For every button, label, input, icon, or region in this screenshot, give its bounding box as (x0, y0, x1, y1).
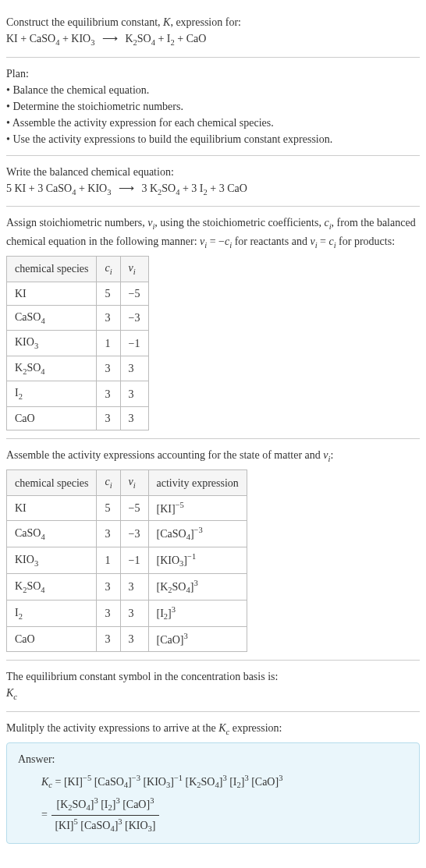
balanced-equation: 5 KI + 3 CaSO4 + KIO3 ⟶ 3 K2SO4 + 3 I2 +… (6, 180, 420, 199)
answer-line2: = [K2SO4]3 [I2]3 [CaO]3 [KI]5 [CaSO4]3 [… (41, 795, 408, 834)
assign-t6: = (318, 236, 329, 247)
ans-s5: 2 (236, 781, 240, 790)
ans-s2: 4 (124, 781, 128, 790)
answer-line1: Kc = [KI]−5 [CaSO4]−3 [KIO3]−1 [K2SO4]3 … (41, 772, 408, 792)
vi-i: i (133, 267, 136, 276)
act-t1: Assemble the activity expressions accoun… (6, 449, 323, 461)
cell: −5 (120, 282, 148, 305)
denominator: [KI]5 [CaSO4]3 [KIO3] (51, 816, 158, 835)
cell: [CaSO4]−3 (148, 520, 247, 547)
ans-sp6: [CaO] (249, 776, 279, 788)
problem-statement: Construct the equilibrium constant, K, e… (6, 6, 420, 58)
cell: [I2]3 (148, 601, 247, 627)
eq-rhs2: SO (137, 33, 151, 44)
sp: KIO (15, 336, 34, 348)
multiply-section: Mulitply the activity expressions to arr… (6, 712, 420, 852)
cell: 5 (97, 282, 120, 305)
cell: 3 (97, 356, 120, 381)
plan-bullet-2: • Determine the stoichiometric numbers. (6, 98, 420, 115)
table-row: KI5−5[KI]−5 (7, 496, 247, 521)
assign-t5: for reactants and (232, 236, 310, 247)
table-row: K2SO433 (7, 356, 149, 381)
cell: I2 (7, 381, 97, 407)
cell: 1 (97, 547, 120, 573)
cell: K2SO4 (7, 356, 97, 381)
d3: [KIO (122, 819, 148, 831)
k-symbol: K (163, 16, 170, 28)
intro-text2: , expression for: (170, 16, 241, 28)
assign-t1: Assign stoichiometric numbers, (6, 217, 147, 229)
ae-exp: −5 (176, 501, 184, 509)
ae-exp: 3 (193, 579, 197, 587)
ae: K (160, 581, 168, 593)
cell: 3 (120, 601, 148, 627)
cell: I2 (7, 601, 97, 627)
n1bs: 4 (86, 804, 90, 813)
ae-exp: 3 (172, 605, 176, 614)
cell: 3 (97, 406, 120, 430)
cell: 1 (97, 331, 120, 356)
ae-exp: 3 (184, 632, 188, 640)
ae: KIO (160, 554, 179, 566)
answer-label: Answer: (18, 751, 408, 767)
n2s: 2 (108, 804, 112, 813)
sp-sub2: 4 (41, 367, 44, 376)
plan-bullet-4: • Use the activity expressions to build … (6, 131, 420, 147)
cell: CaSO4 (7, 520, 97, 547)
bal-p2: + KIO (76, 182, 107, 194)
eq-rhs1: K (125, 33, 133, 44)
cell: [K2SO4]3 (148, 574, 247, 601)
ans-k: K (41, 776, 48, 788)
table-row: I233[I2]3 (7, 601, 247, 627)
cell: K2SO4 (7, 574, 97, 601)
intro-line: Construct the equilibrium constant, K, e… (6, 14, 420, 30)
kc-symbol: Kc (6, 685, 420, 703)
frac-eq: = (41, 810, 50, 821)
col-activity: activity expression (148, 470, 247, 496)
sp2: SO (27, 580, 41, 592)
assign-t7: for products: (336, 236, 395, 247)
assign-t4: = − (207, 236, 225, 247)
ans-e6: 3 (279, 774, 282, 782)
sp-sub: 3 (34, 559, 38, 568)
sp-sub: 2 (19, 612, 23, 621)
balanced-title: Write the balanced chemical equation: (6, 164, 420, 180)
cell: 3 (97, 601, 120, 627)
cell: KIO3 (7, 547, 97, 573)
n2: [I (98, 799, 108, 810)
sp-sub: 4 (41, 317, 44, 325)
numerator: [K2SO4]3 [I2]3 [CaO]3 (51, 795, 158, 815)
cell: KI (7, 282, 97, 305)
bal-p3: 3 K (141, 182, 158, 194)
arrow-icon: ⟶ (114, 182, 139, 194)
plan-bullet-3: • Assemble the activity expression for e… (6, 115, 420, 131)
sp-sub: 2 (19, 392, 23, 401)
ans-sp3: [KIO (140, 776, 166, 788)
plan-bullet-1: • Balance the chemical equation. (6, 82, 420, 98)
sp-sub: 3 (34, 342, 38, 350)
table-row: KIO31−1 (7, 331, 149, 356)
ci2i: i (110, 481, 112, 490)
act-t2: : (330, 449, 333, 461)
intro-text1: Construct the equilibrium constant, (6, 16, 163, 28)
bal-p5: + 3 I (179, 182, 203, 194)
eq-lhs: KI + CaSO (6, 33, 55, 44)
ans-e3: −1 (174, 774, 183, 782)
sp-sub: 4 (41, 532, 44, 540)
ans-sp5: [I (227, 776, 237, 788)
plan-title: Plan: (6, 66, 420, 82)
n1b: SO (73, 799, 87, 810)
arrow-icon: ⟶ (98, 33, 122, 44)
cell: [CaO]3 (148, 627, 247, 652)
kc-k: K (6, 687, 13, 699)
ans-eq: = [KI] (52, 776, 83, 788)
eq-rhs3: + I (155, 33, 171, 44)
bal-s2: 3 (107, 187, 111, 196)
cell: −5 (120, 496, 148, 521)
n3: [CaO] (120, 799, 151, 810)
table-row: CaO33[CaO]3 (7, 627, 247, 652)
eq-rhs4: + CaO (175, 33, 207, 44)
mult-line: Mulitply the activity expressions to arr… (6, 720, 420, 739)
cell: −1 (120, 547, 148, 573)
col-ci: ci (97, 470, 120, 496)
